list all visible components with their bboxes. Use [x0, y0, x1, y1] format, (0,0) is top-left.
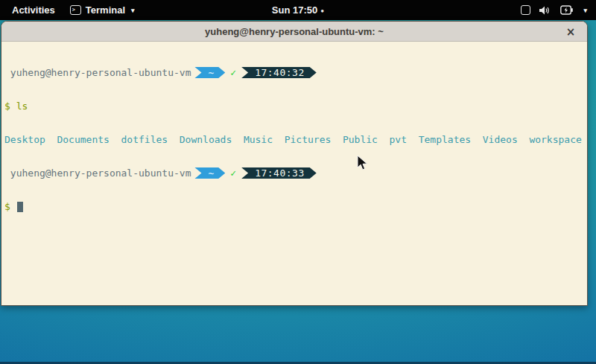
directory-name: pvt [390, 134, 407, 145]
check-icon: ✓ [230, 67, 236, 78]
prompt-time-ribbon: 17:40:33 [241, 167, 317, 179]
command-line: $ ls [4, 100, 586, 112]
clock-button[interactable]: Sun 17:50● [272, 4, 324, 16]
directory-name: Desktop [4, 134, 45, 145]
directory-name: Videos [483, 134, 518, 145]
prompt-user: yuheng@henry-personal-ubuntu-vm [4, 67, 191, 78]
directory-name: workspace [529, 134, 581, 145]
ls-output-line: DesktopDocumentsdotfilesDownloadsMusicPi… [4, 134, 586, 145]
volume-icon[interactable] [539, 5, 551, 16]
app-menu-terminal[interactable]: > Terminal ▾ [70, 4, 135, 16]
prompt-user: yuheng@henry-personal-ubuntu-vm [4, 167, 191, 179]
directory-name: Public [343, 134, 378, 145]
prompt-line-1: yuheng@henry-personal-ubuntu-vm ~ ✓ 17:4… [4, 67, 586, 78]
directory-name: dotfiles [121, 134, 168, 145]
battery-charging-icon[interactable] [560, 5, 573, 15]
check-icon: ✓ [230, 167, 236, 179]
prompt-line-2: yuheng@henry-personal-ubuntu-vm ~ ✓ 17:4… [4, 167, 586, 179]
directory-name: Music [244, 134, 273, 145]
prompt-symbol: $ [4, 201, 10, 212]
tray-chevron-down-icon[interactable]: ▾ [583, 7, 587, 14]
prompt-path-ribbon: ~ [194, 167, 225, 179]
terminal-app-icon: > [70, 5, 81, 15]
directory-name: Pictures [285, 134, 332, 145]
command-text: ls [16, 100, 28, 112]
text-cursor [17, 202, 23, 212]
prompt-symbol: $ [4, 100, 16, 112]
activities-button[interactable]: Activities [7, 4, 60, 16]
app-menu-label: Terminal [86, 4, 125, 16]
prompt-time-ribbon: 17:40:32 [241, 67, 317, 78]
current-input-line: $ [4, 201, 586, 212]
close-icon[interactable]: × [562, 22, 580, 42]
top-bar: Activities > Terminal ▾ Sun 17:50● ▾ [0, 0, 596, 20]
directory-name: Templates [419, 134, 471, 145]
clock-label: Sun 17:50 [272, 4, 317, 16]
directory-name: Documents [57, 134, 109, 145]
display-icon[interactable] [521, 5, 530, 15]
terminal-content[interactable]: yuheng@henry-personal-ubuntu-vm ~ ✓ 17:4… [1, 42, 587, 306]
chevron-down-icon: ▾ [131, 7, 135, 14]
directory-name: Downloads [180, 134, 232, 145]
notification-dot-icon: ● [320, 7, 324, 14]
window-titlebar[interactable]: yuheng@henry-personal-ubuntu-vm: ~ × [1, 22, 587, 42]
system-tray[interactable]: ▾ [521, 5, 596, 16]
terminal-window: yuheng@henry-personal-ubuntu-vm: ~ × yuh… [1, 21, 588, 306]
window-title: yuheng@henry-personal-ubuntu-vm: ~ [205, 26, 384, 37]
prompt-path-ribbon: ~ [194, 67, 225, 78]
